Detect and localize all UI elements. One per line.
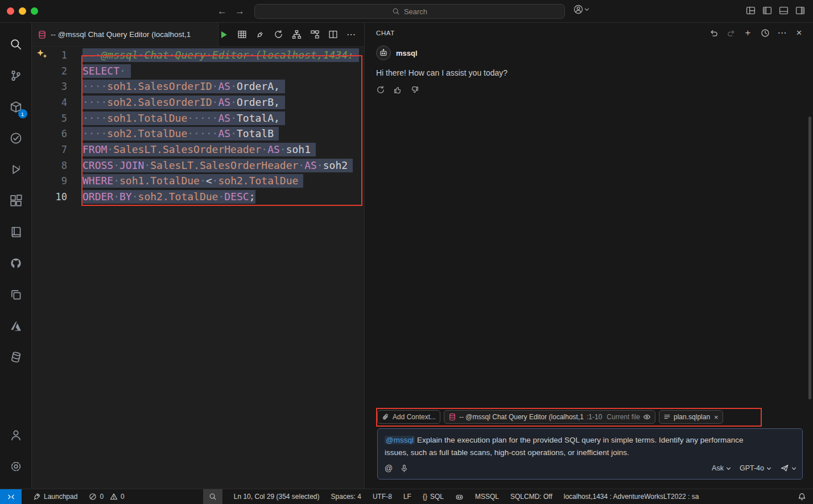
activitybar-source-control[interactable] [3, 62, 28, 89]
estimated-plan-button[interactable] [309, 30, 320, 40]
thumbs-up-button[interactable] [393, 85, 403, 95]
command-center-search[interactable]: Search [254, 4, 565, 19]
regenerate-button[interactable] [376, 85, 386, 95]
more-actions-button[interactable]: ⋯ [346, 30, 356, 40]
code-line[interactable]: 7FROM·SalesLT.SalesOrderHeader·AS·soh1 [32, 142, 364, 158]
activitybar-extensions[interactable] [3, 187, 28, 214]
connect-button[interactable] [255, 30, 265, 40]
query-plan-button[interactable] [291, 30, 302, 40]
sqlcmd-status[interactable]: SQLCMD: Off [510, 493, 552, 501]
nav-forward-icon[interactable]: → [235, 6, 245, 17]
activitybar-search[interactable] [3, 31, 28, 58]
language-mode[interactable]: {} SQL [423, 493, 444, 501]
activitybar-account[interactable] [3, 422, 28, 449]
activitybar-mssql[interactable] [3, 344, 28, 371]
eol-indicator[interactable]: LF [403, 493, 411, 501]
refresh-icon [376, 85, 385, 94]
context-chip-plan[interactable]: plan.sqlplan × [659, 410, 723, 424]
copilot-status[interactable] [455, 493, 464, 501]
new-chat-button[interactable]: + [743, 28, 753, 38]
eye-icon[interactable] [643, 413, 651, 421]
cursor-position[interactable]: Ln 10, Col 29 (354 selected) [234, 493, 320, 501]
nav-back-icon[interactable]: ← [217, 6, 227, 17]
close-window-button[interactable] [7, 7, 14, 15]
code-line[interactable]: 4····soh2.SalesOrderID·AS·OrderB, [32, 94, 364, 110]
windows-stack-icon [10, 288, 22, 301]
remote-indicator[interactable] [0, 489, 22, 504]
toggle-panel-icon[interactable] [779, 6, 789, 15]
activitybar-projects[interactable]: 1 [3, 93, 28, 121]
activitybar-settings[interactable] [3, 453, 28, 480]
context-chip-file[interactable]: -- @mssql Chat Query Editor (localhost,1… [444, 410, 655, 424]
chat-undo-button[interactable] [709, 28, 719, 38]
send-button[interactable] [780, 464, 797, 473]
activitybar-remote-explorer[interactable] [3, 281, 28, 308]
chat-input-text[interactable]: @mssqlExplain the execution plan for the… [378, 429, 753, 459]
add-context-button[interactable]: Add Context... [377, 410, 440, 424]
code-line[interactable]: 1--·@mssql·Chat·Query·Editor·(localhost,… [32, 47, 364, 63]
code-line[interactable]: 9WHERE·soh1.TotalDue·<·soh2.TotalDue [32, 173, 364, 189]
chat-redo-button[interactable] [726, 28, 736, 38]
bot-avatar [376, 46, 391, 60]
customize-layout-icon[interactable] [746, 6, 756, 15]
code-line[interactable]: 5····soh1.TotalDue·····AS·TotalA, [32, 110, 364, 126]
chat-close-button[interactable]: × [794, 28, 804, 38]
change-database-button[interactable] [273, 30, 283, 40]
toggle-sidebar-right-icon[interactable] [795, 6, 805, 15]
line-number: 5 [32, 113, 67, 124]
chat-scrollbar[interactable] [808, 117, 811, 399]
activitybar-github[interactable] [3, 250, 28, 277]
code-line[interactable]: 2SELECT· [32, 63, 364, 79]
thumbs-down-button[interactable] [410, 85, 420, 95]
model-picker[interactable]: GPT-4o [740, 464, 771, 472]
table-icon [237, 30, 247, 39]
activitybar-tasks[interactable] [3, 125, 28, 152]
code-line[interactable]: 10ORDER·BY·soh2.TotalDue·DESC; [32, 189, 364, 205]
line-number: 10 [32, 191, 67, 203]
connection-status[interactable]: localhost,1434 : AdventureWorksLT2022 : … [564, 493, 699, 501]
chat-input-box[interactable]: @mssqlExplain the execution plan for the… [377, 428, 803, 480]
microphone-icon[interactable] [400, 464, 408, 473]
activitybar-notebooks[interactable] [3, 218, 28, 246]
notifications-bell[interactable] [798, 493, 806, 501]
line-text: FROM·SalesLT.SalesOrderHeader·AS·soh1 [82, 143, 316, 156]
chat-messages: mssql Hi there! How can I assist you tod… [365, 43, 813, 409]
accounts-menu[interactable] [573, 5, 589, 14]
mode-picker[interactable]: Ask [712, 464, 731, 472]
mssql-status[interactable]: MSSQL [475, 493, 499, 501]
indentation-indicator[interactable]: Spaces: 4 [331, 493, 361, 501]
editor-tab[interactable]: -- @mssql Chat Query Editor (localhost,1 [32, 23, 218, 46]
activitybar-azure[interactable] [3, 312, 28, 340]
mention-button[interactable]: @ [385, 464, 393, 473]
remove-chip-icon[interactable]: × [714, 413, 719, 422]
code-line[interactable]: 8CROSS·JOIN·SalesLT.SalesOrderHeader·AS·… [32, 158, 364, 173]
launchpad-button[interactable]: Launchpad [33, 493, 77, 501]
code-line[interactable]: 6····soh2.TotalDue·····AS·TotalB [32, 126, 364, 142]
zoom-indicator[interactable] [203, 489, 222, 504]
problems-indicator[interactable]: 0 0 [89, 493, 124, 501]
code-line[interactable]: 3····soh1.SalesOrderID·AS·OrderA, [32, 79, 364, 94]
chevron-down-icon [584, 7, 589, 11]
split-editor-button[interactable] [328, 30, 338, 40]
status-bar: Launchpad 0 0 Ln 10, Col 29 (354 selecte… [0, 489, 813, 504]
run-query-button[interactable] [218, 30, 229, 40]
toggle-sidebar-left-icon[interactable] [762, 6, 772, 15]
extensions-icon [10, 195, 22, 207]
search-icon [10, 38, 22, 51]
results-grid-button[interactable] [237, 30, 247, 40]
copilot-icon [455, 493, 464, 501]
encoding-indicator[interactable]: UTF-8 [373, 493, 392, 501]
mention-chip[interactable]: @mssql [385, 436, 415, 444]
maximize-window-button[interactable] [31, 7, 38, 15]
tab-title: -- @mssql Chat Query Editor (localhost,1 [51, 30, 191, 39]
github-icon [10, 257, 22, 270]
traffic-lights[interactable] [7, 7, 38, 15]
titlebar: ← → Search [0, 0, 813, 23]
activitybar-run-debug[interactable] [3, 156, 28, 183]
chat-history-button[interactable] [760, 28, 770, 38]
code-editor[interactable]: 1--·@mssql·Chat·Query·Editor·(localhost,… [32, 47, 364, 489]
minimize-window-button[interactable] [19, 7, 26, 15]
editor-tabbar: -- @mssql Chat Query Editor (localhost,1 [32, 23, 364, 47]
chat-more-button[interactable]: ⋯ [777, 28, 787, 38]
sparkle-icon[interactable] [36, 49, 48, 60]
